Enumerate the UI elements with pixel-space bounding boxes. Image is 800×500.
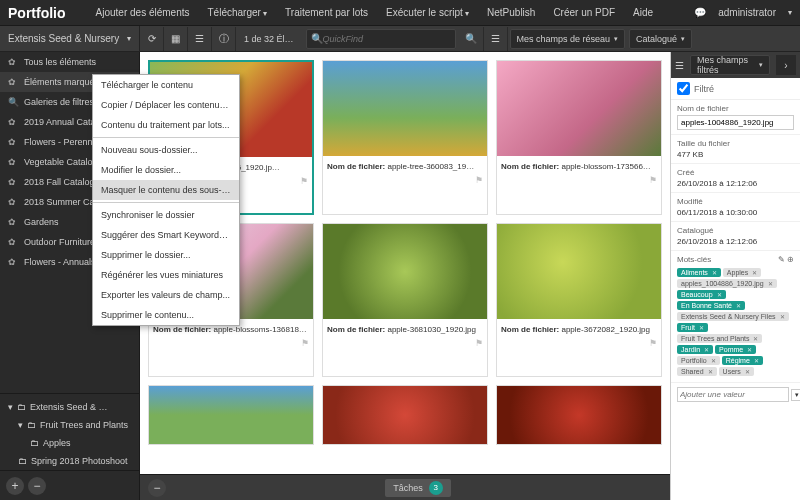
flag-icon[interactable]: ⚑ bbox=[475, 175, 483, 185]
menu-ajouter-des-l-ments[interactable]: Ajouter des éléments bbox=[96, 7, 190, 18]
chat-icon[interactable]: 💬 bbox=[694, 7, 706, 18]
keyword-tag[interactable]: En Bonne Santé bbox=[677, 301, 745, 310]
flag-icon[interactable]: ⚑ bbox=[649, 338, 657, 348]
tree-item[interactable]: ▾ 🗀 Extensis Seed & … bbox=[0, 398, 139, 416]
context-menu-item[interactable]: Copier / Déplacer les contenus... bbox=[93, 95, 239, 115]
remove-button[interactable]: − bbox=[28, 477, 46, 495]
flag-icon[interactable]: ⚑ bbox=[649, 175, 657, 185]
flag-icon[interactable]: ⚑ bbox=[475, 338, 483, 348]
thumbnail-card[interactable] bbox=[322, 385, 488, 445]
menu-separator bbox=[93, 137, 239, 138]
catalog-selector[interactable]: Extensis Seed & Nursery bbox=[0, 26, 140, 51]
tree-item[interactable]: 🗀 Spring 2018 Photoshoot bbox=[0, 452, 139, 470]
top-menu: Ajouter des élémentsTéléchargerTraitemen… bbox=[96, 7, 695, 18]
topbar: Portfolio Ajouter des élémentsTélécharge… bbox=[0, 0, 800, 26]
menu-traitement-par-lots[interactable]: Traitement par lots bbox=[285, 7, 368, 18]
thumbnail-image bbox=[323, 386, 487, 444]
view-preset-dropdown[interactable]: Catalogué bbox=[629, 29, 692, 49]
menu-ex-cuter-le-script[interactable]: Exécuter le script bbox=[386, 7, 469, 18]
keyword-tag[interactable]: Extensis Seed & Nursery Files bbox=[677, 312, 789, 321]
field-input[interactable] bbox=[677, 115, 794, 130]
dropdown-icon[interactable]: ▾ bbox=[791, 389, 800, 401]
chevron-down-icon[interactable]: ▾ bbox=[788, 8, 792, 17]
detail-field: Modifié06/11/2018 à 10:30:00 bbox=[671, 193, 800, 222]
details-header: ☰ Mes champs filtrés › bbox=[671, 52, 800, 78]
context-menu-item[interactable]: Régénérer les vues miniatures bbox=[93, 265, 239, 285]
gallery-icon: ✿ bbox=[8, 177, 18, 187]
top-right: 💬 administrator ▾ bbox=[694, 7, 792, 18]
flag-icon[interactable]: ⚑ bbox=[300, 176, 308, 186]
context-menu-item[interactable]: Synchroniser le dossier bbox=[93, 205, 239, 225]
filter-icon[interactable]: ☰ bbox=[484, 27, 508, 51]
context-menu-item[interactable]: Supprimer le dossier... bbox=[93, 245, 239, 265]
thumbnail-card[interactable]: Nom de fichier: apple-tree-360083_19…⚑ bbox=[322, 60, 488, 215]
keyword-tag[interactable]: Aliments bbox=[677, 268, 721, 277]
thumbnail-card[interactable] bbox=[496, 385, 662, 445]
user-label[interactable]: administrator bbox=[718, 7, 776, 18]
detail-field: Catalogué26/10/2018 à 12:12:06 bbox=[671, 222, 800, 251]
menu-separator bbox=[93, 202, 239, 203]
context-menu-item[interactable]: Masquer le contenu des sous-dossiers bbox=[93, 180, 239, 200]
content-footer: − Tâches 3 bbox=[140, 474, 670, 500]
quickfind-input[interactable] bbox=[323, 34, 451, 44]
context-menu-item[interactable]: Modifier le dossier... bbox=[93, 160, 239, 180]
keyword-tag[interactable]: Fruit Trees and Plants bbox=[677, 334, 762, 343]
tags-container: AlimentsApplesapples_1004886_1920.jpgBea… bbox=[677, 266, 794, 378]
filter-row: Filtré bbox=[671, 78, 800, 100]
thumbnail-card[interactable]: Nom de fichier: apple-3672082_1920.jpg⚑ bbox=[496, 223, 662, 376]
filter-checkbox[interactable] bbox=[677, 82, 690, 95]
context-menu-item[interactable]: Exporter les valeurs de champ... bbox=[93, 285, 239, 305]
panel-next-button[interactable]: › bbox=[776, 55, 796, 75]
search-icon: 🔍 bbox=[8, 97, 18, 107]
keyword-tag[interactable]: Apples bbox=[723, 268, 761, 277]
tasks-indicator[interactable]: Tâches 3 bbox=[385, 479, 451, 497]
add-value-input[interactable] bbox=[677, 387, 789, 402]
keyword-tag[interactable]: Portfolio bbox=[677, 356, 720, 365]
search-go-button[interactable]: 🔍 bbox=[460, 27, 484, 51]
filter-icon: ☰ bbox=[675, 60, 684, 71]
field-preset-dropdown[interactable]: Mes champs de réseau bbox=[510, 29, 626, 49]
keyword-tag[interactable]: Fruit bbox=[677, 323, 708, 332]
menu-aide[interactable]: Aide bbox=[633, 7, 653, 18]
keyword-tag[interactable]: Shared bbox=[677, 367, 717, 376]
thumbnail-card[interactable] bbox=[148, 385, 314, 445]
grid-view-button[interactable]: ▦ bbox=[164, 27, 188, 51]
menu-cr-er-un-pdf[interactable]: Créer un PDF bbox=[553, 7, 615, 18]
thumbnail-image bbox=[497, 224, 661, 319]
tree-item[interactable]: 🗀 Apples bbox=[0, 434, 139, 452]
thumbnail-image bbox=[497, 386, 661, 444]
context-menu-item[interactable]: Nouveau sous-dossier... bbox=[93, 140, 239, 160]
details-panel: ☰ Mes champs filtrés › Filtré Nom de fic… bbox=[670, 52, 800, 500]
thumbnail-image bbox=[149, 386, 313, 444]
info-button[interactable]: ⓘ bbox=[212, 27, 236, 51]
keyword-tag[interactable]: Pomme bbox=[715, 345, 756, 354]
thumbnail-card[interactable]: Nom de fichier: apple-blossom-173566…⚑ bbox=[496, 60, 662, 215]
add-button[interactable]: + bbox=[6, 477, 24, 495]
refresh-button[interactable]: ⟳ bbox=[140, 27, 164, 51]
add-value-row: ▾ ▦ ✓ bbox=[671, 383, 800, 406]
gallery-icon: ✿ bbox=[8, 117, 18, 127]
thumbnail-card[interactable]: Nom de fichier: apple-3681030_1920.jpg⚑ bbox=[322, 223, 488, 376]
gallery-icon: ✿ bbox=[8, 77, 18, 87]
keyword-tag[interactable]: Jardin bbox=[677, 345, 713, 354]
context-menu-item[interactable]: Télécharger le contenu bbox=[93, 75, 239, 95]
right-preset-dropdown[interactable]: Mes champs filtrés bbox=[690, 55, 770, 75]
keyword-tag[interactable]: apples_1004886_1920.jpg bbox=[677, 279, 777, 288]
keyword-tag[interactable]: Users bbox=[719, 367, 754, 376]
detail-field: Taille du fichier477 KB bbox=[671, 135, 800, 164]
keywords-field: Mots-clés✎ ⊕ AlimentsApplesapples_100488… bbox=[671, 251, 800, 383]
keyword-tag[interactable]: Beaucoup bbox=[677, 290, 726, 299]
list-view-button[interactable]: ☰ bbox=[188, 27, 212, 51]
context-menu-item[interactable]: Contenu du traitement par lots... bbox=[93, 115, 239, 135]
context-menu-item[interactable]: Supprimer le contenu... bbox=[93, 305, 239, 325]
context-menu-item[interactable]: Suggérer des Smart Keywords... bbox=[93, 225, 239, 245]
menu-t-l-charger[interactable]: Télécharger bbox=[208, 7, 268, 18]
edit-icon[interactable]: ✎ ⊕ bbox=[778, 255, 794, 264]
menu-netpublish[interactable]: NetPublish bbox=[487, 7, 535, 18]
footer-remove-button[interactable]: − bbox=[148, 479, 166, 497]
sidebar-item[interactable]: ✿Tous les éléments bbox=[0, 52, 139, 72]
flag-icon[interactable]: ⚑ bbox=[301, 338, 309, 348]
tree-item[interactable]: ▾ 🗀 Fruit Trees and Plants bbox=[0, 416, 139, 434]
keyword-tag[interactable]: Régime bbox=[722, 356, 763, 365]
quickfind-search[interactable]: 🔍 bbox=[306, 29, 456, 49]
